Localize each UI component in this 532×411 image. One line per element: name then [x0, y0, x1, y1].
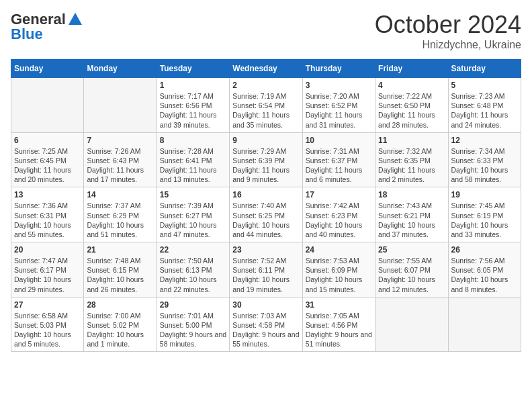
calendar-day-cell: 8Sunrise: 7:28 AMSunset: 6:41 PMDaylight… [157, 132, 229, 187]
day-info: Sunrise: 7:32 AMSunset: 6:35 PMDaylight:… [378, 146, 445, 185]
month-year: October 2024 [375, 11, 521, 39]
day-info: Sunrise: 7:05 AMSunset: 4:56 PMDaylight:… [306, 311, 372, 349]
day-info: Sunrise: 7:17 AMSunset: 6:56 PMDaylight:… [160, 91, 226, 130]
calendar-day-cell: 23Sunrise: 7:52 AMSunset: 6:11 PMDayligh… [230, 242, 302, 298]
day-header: Monday [84, 60, 157, 78]
day-info: Sunrise: 7:50 AMSunset: 6:13 PMDaylight:… [160, 256, 226, 294]
day-info: Sunrise: 7:52 AMSunset: 6:11 PMDaylight:… [232, 256, 299, 294]
day-number: 28 [87, 300, 153, 310]
page-header: General Blue October 2024 Hnizdychne, Uk… [11, 11, 521, 51]
day-info: Sunrise: 7:48 AMSunset: 6:15 PMDaylight:… [87, 256, 153, 294]
day-info: Sunrise: 7:26 AMSunset: 6:43 PMDaylight:… [87, 146, 153, 185]
calendar-day-cell: 26Sunrise: 7:56 AMSunset: 6:05 PMDayligh… [448, 242, 521, 298]
day-info: Sunrise: 7:03 AMSunset: 4:58 PMDaylight:… [232, 311, 299, 349]
calendar-day-cell: 1Sunrise: 7:17 AMSunset: 6:56 PMDaylight… [157, 78, 229, 133]
day-info: Sunrise: 7:43 AMSunset: 6:21 PMDaylight:… [378, 201, 445, 239]
day-number: 8 [160, 136, 226, 145]
calendar-day-cell: 24Sunrise: 7:53 AMSunset: 6:09 PMDayligh… [302, 242, 375, 298]
day-info: Sunrise: 7:56 AMSunset: 6:05 PMDaylight:… [451, 256, 518, 294]
calendar-day-cell: 10Sunrise: 7:31 AMSunset: 6:37 PMDayligh… [302, 132, 375, 187]
calendar-day-cell: 19Sunrise: 7:45 AMSunset: 6:19 PMDayligh… [448, 187, 521, 242]
day-header: Friday [375, 60, 448, 78]
day-number: 16 [232, 190, 299, 199]
day-info: Sunrise: 7:47 AMSunset: 6:17 PMDaylight:… [14, 256, 81, 294]
day-info: Sunrise: 7:55 AMSunset: 6:07 PMDaylight:… [378, 256, 445, 294]
day-info: Sunrise: 7:31 AMSunset: 6:37 PMDaylight:… [306, 146, 372, 185]
day-number: 13 [14, 190, 81, 199]
day-info: Sunrise: 7:40 AMSunset: 6:25 PMDaylight:… [232, 201, 299, 239]
day-number: 30 [232, 300, 299, 310]
day-header: Sunday [11, 60, 84, 78]
day-info: Sunrise: 7:34 AMSunset: 6:33 PMDaylight:… [451, 146, 518, 185]
calendar-day-cell: 21Sunrise: 7:48 AMSunset: 6:15 PMDayligh… [84, 242, 157, 298]
day-header: Saturday [448, 60, 521, 78]
day-number: 17 [306, 190, 372, 199]
month-title: October 2024 Hnizdychne, Ukraine [375, 11, 521, 51]
day-number: 6 [14, 136, 81, 145]
day-number: 25 [378, 245, 445, 255]
day-info: Sunrise: 7:36 AMSunset: 6:31 PMDaylight:… [14, 201, 81, 239]
day-number: 20 [14, 245, 81, 255]
day-number: 5 [451, 81, 518, 90]
day-info: Sunrise: 7:45 AMSunset: 6:19 PMDaylight:… [451, 201, 518, 239]
day-number: 3 [306, 81, 372, 90]
day-number: 11 [378, 136, 445, 145]
calendar-day-cell [448, 297, 521, 352]
logo-blue: Blue [11, 26, 43, 43]
day-header: Tuesday [157, 60, 229, 78]
day-info: Sunrise: 7:53 AMSunset: 6:09 PMDaylight:… [306, 256, 372, 294]
calendar-day-cell: 6Sunrise: 7:25 AMSunset: 6:45 PMDaylight… [11, 132, 84, 187]
day-number: 12 [451, 136, 518, 145]
calendar-week-row: 27Sunrise: 6:58 AMSunset: 5:03 PMDayligh… [11, 297, 521, 352]
calendar-day-cell [375, 297, 448, 352]
day-number: 24 [306, 245, 372, 255]
calendar-day-cell: 11Sunrise: 7:32 AMSunset: 6:35 PMDayligh… [375, 132, 448, 187]
day-number: 1 [160, 81, 226, 90]
day-number: 19 [451, 190, 518, 199]
calendar-day-cell: 17Sunrise: 7:42 AMSunset: 6:23 PMDayligh… [302, 187, 375, 242]
calendar-day-cell: 2Sunrise: 7:19 AMSunset: 6:54 PMDaylight… [230, 78, 302, 133]
day-number: 18 [378, 190, 445, 199]
calendar-day-cell: 29Sunrise: 7:01 AMSunset: 5:00 PMDayligh… [157, 297, 229, 352]
calendar-day-cell [84, 78, 157, 133]
day-info: Sunrise: 7:01 AMSunset: 5:00 PMDaylight:… [160, 311, 226, 349]
day-header: Wednesday [230, 60, 302, 78]
calendar-day-cell: 28Sunrise: 7:00 AMSunset: 5:02 PMDayligh… [84, 297, 157, 352]
calendar-day-cell: 13Sunrise: 7:36 AMSunset: 6:31 PMDayligh… [11, 187, 84, 242]
calendar-day-cell: 7Sunrise: 7:26 AMSunset: 6:43 PMDaylight… [84, 132, 157, 187]
day-number: 31 [306, 300, 372, 310]
calendar-day-cell: 3Sunrise: 7:20 AMSunset: 6:52 PMDaylight… [302, 78, 375, 133]
calendar-day-cell: 14Sunrise: 7:37 AMSunset: 6:29 PMDayligh… [84, 187, 157, 242]
day-info: Sunrise: 7:19 AMSunset: 6:54 PMDaylight:… [232, 91, 299, 130]
day-number: 21 [87, 245, 153, 255]
calendar-day-cell: 18Sunrise: 7:43 AMSunset: 6:21 PMDayligh… [375, 187, 448, 242]
calendar-day-cell: 12Sunrise: 7:34 AMSunset: 6:33 PMDayligh… [448, 132, 521, 187]
day-info: Sunrise: 7:28 AMSunset: 6:41 PMDaylight:… [160, 146, 226, 185]
day-number: 29 [160, 300, 226, 310]
day-info: Sunrise: 7:25 AMSunset: 6:45 PMDaylight:… [14, 146, 81, 185]
calendar-week-row: 6Sunrise: 7:25 AMSunset: 6:45 PMDaylight… [11, 132, 521, 187]
day-info: Sunrise: 7:20 AMSunset: 6:52 PMDaylight:… [306, 91, 372, 130]
calendar-day-cell: 9Sunrise: 7:29 AMSunset: 6:39 PMDaylight… [230, 132, 302, 187]
day-number: 27 [14, 300, 81, 310]
day-info: Sunrise: 7:23 AMSunset: 6:48 PMDaylight:… [451, 91, 518, 130]
logo: General Blue [11, 11, 83, 43]
day-info: Sunrise: 7:42 AMSunset: 6:23 PMDaylight:… [306, 201, 372, 239]
calendar-day-cell: 27Sunrise: 6:58 AMSunset: 5:03 PMDayligh… [11, 297, 84, 352]
day-number: 2 [232, 81, 299, 90]
day-info: Sunrise: 7:37 AMSunset: 6:29 PMDaylight:… [87, 201, 153, 239]
calendar-day-cell: 15Sunrise: 7:39 AMSunset: 6:27 PMDayligh… [157, 187, 229, 242]
logo-icon [67, 11, 83, 28]
calendar-day-cell [11, 78, 84, 133]
calendar-day-cell: 20Sunrise: 7:47 AMSunset: 6:17 PMDayligh… [11, 242, 84, 298]
day-number: 10 [306, 136, 372, 145]
day-info: Sunrise: 7:00 AMSunset: 5:02 PMDaylight:… [87, 311, 153, 349]
calendar-day-cell: 5Sunrise: 7:23 AMSunset: 6:48 PMDaylight… [448, 78, 521, 133]
calendar-day-cell: 22Sunrise: 7:50 AMSunset: 6:13 PMDayligh… [157, 242, 229, 298]
calendar-day-cell: 31Sunrise: 7:05 AMSunset: 4:56 PMDayligh… [302, 297, 375, 352]
calendar-week-row: 1Sunrise: 7:17 AMSunset: 6:56 PMDaylight… [11, 78, 521, 133]
day-number: 22 [160, 245, 226, 255]
day-number: 7 [87, 136, 153, 145]
day-info: Sunrise: 6:58 AMSunset: 5:03 PMDaylight:… [14, 311, 81, 349]
day-number: 9 [232, 136, 299, 145]
